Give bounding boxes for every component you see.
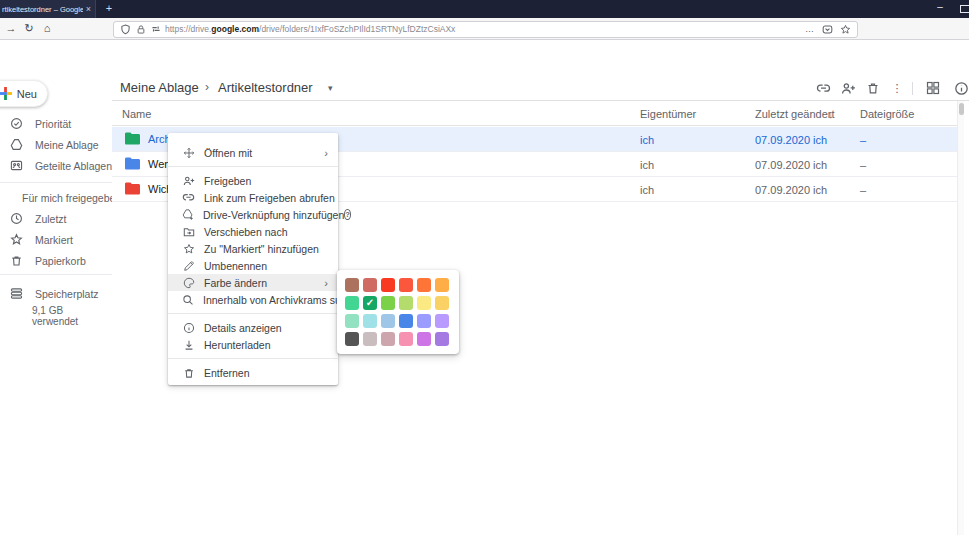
color-swatch[interactable] [435,296,449,310]
info-icon[interactable] [952,79,969,97]
col-name[interactable]: Name [122,108,151,120]
color-swatch[interactable] [399,296,413,310]
bookmark-star-icon[interactable] [840,24,851,35]
menu-item-move-to[interactable]: Verschieben nach [168,223,338,240]
window-minimize-button[interactable]: – [930,0,950,18]
sidebar-item-markiert[interactable]: Markiert [0,229,112,250]
pencil-icon [182,260,195,272]
color-swatch[interactable] [345,296,359,310]
color-swatch[interactable] [345,332,359,346]
drive-sidebar: Neu Priorität Meine Ablage Geteilte Abla… [0,75,112,535]
sidebar-item-prioritaet[interactable]: Priorität [0,113,112,134]
star-icon [182,243,195,255]
color-palette-submenu: ✓ [337,270,459,354]
trash-icon[interactable] [864,79,882,97]
color-swatch[interactable] [399,278,413,292]
color-swatch[interactable] [381,296,395,310]
window-maximize-button[interactable] [960,5,969,13]
menu-item-rename[interactable]: Umbenennen [168,257,338,274]
shield-icon[interactable] [120,24,131,35]
col-owner[interactable]: Eigentümer [640,108,696,120]
new-button-label: Neu [17,88,37,100]
menu-item-share[interactable]: Freigeben [168,172,338,189]
url-bar[interactable]: https://drive.google.com/drive/folders/1… [113,21,858,38]
search-icon [182,294,194,306]
scrollbar-thumb[interactable] [959,103,964,115]
color-swatch[interactable] [363,332,377,346]
color-swatch[interactable] [345,314,359,328]
menu-item-get-link[interactable]: Link zum Freigeben abrufen [168,189,338,206]
color-swatch[interactable] [417,278,431,292]
sidebar-item-zuletzt[interactable]: Zuletzt [0,208,112,229]
tab-title: rtikeltestordner – Google Dri [2,5,83,14]
folder-icon [125,132,140,145]
col-size[interactable]: Dateigröße [860,108,914,120]
shortcut-help-icon[interactable]: ? [344,209,351,220]
breadcrumb-current[interactable]: Artikeltestordner [218,80,313,95]
color-swatch[interactable] [381,278,395,292]
more-actions-kebab-icon[interactable]: ⋮ [888,79,906,97]
table-header: Name Eigentümer Zuletzt geändert ↓ Datei… [112,105,962,126]
url-text: https://drive.google.com/drive/folders/1… [165,24,799,34]
color-swatch[interactable] [381,332,395,346]
menu-item-download[interactable]: Herunterladen [168,336,338,353]
sidebar-item-fuer-mich-freigegeben[interactable]: Für mich freigegeben [0,187,112,208]
color-swatch[interactable] [417,332,431,346]
menu-divider [168,313,338,314]
color-swatch[interactable] [417,314,431,328]
get-link-icon[interactable] [814,79,832,97]
breadcrumb-root[interactable]: Meine Ablage [120,80,199,95]
color-swatch[interactable]: ✓ [363,296,377,310]
sidebar-item-papierkorb[interactable]: Papierkorb [0,250,112,271]
share-icon[interactable] [839,79,857,97]
submenu-chevron-icon: › [324,277,328,289]
color-swatch[interactable] [417,296,431,310]
menu-item-details[interactable]: Details anzeigen [168,319,338,336]
menu-item-search-within[interactable]: Innerhalb von Archivkrams suchen [168,291,338,308]
breadcrumb-row: Meine Ablage › Artikeltestordner ▾ ⋮ [112,75,969,101]
reload-button[interactable]: ↻ [20,18,38,38]
browser-navbar: → ↻ ⌂ https://drive.google.com/drive/fol… [0,18,969,40]
new-tab-button[interactable]: + [100,0,118,18]
grid-view-icon[interactable] [924,79,942,97]
color-swatch[interactable] [435,332,449,346]
color-swatch[interactable] [345,278,359,292]
permissions-icon[interactable] [151,24,161,34]
share-icon [182,175,195,187]
menu-item-add-shortcut[interactable]: Drive-Verknüpfung hinzufügen ? [168,206,338,223]
browser-tab[interactable]: rtikeltestordner – Google Dri × [0,0,96,18]
color-swatch[interactable] [363,278,377,292]
color-swatch[interactable] [363,314,377,328]
download-icon [182,339,195,351]
lock-icon[interactable] [136,24,146,35]
sort-direction-icon[interactable]: ↓ [828,108,834,120]
pocket-icon[interactable] [822,24,833,35]
sidebar-item-meine-ablage[interactable]: Meine Ablage [0,134,112,155]
col-modified[interactable]: Zuletzt geändert [755,108,835,120]
menu-divider [168,358,338,359]
drive-header: Drive In Google Drive suchen ▾ ? ⚙ [0,40,969,75]
folder-icon [125,157,140,170]
sidebar-item-speicherplatz[interactable]: Speicherplatz [0,283,112,304]
color-swatch[interactable] [381,314,395,328]
menu-item-change-color[interactable]: Farbe ändern › [168,274,338,291]
color-swatch[interactable] [399,314,413,328]
menu-item-add-star[interactable]: Zu "Markiert" hinzufügen [168,240,338,257]
drive-shortcut-icon [182,209,194,221]
color-swatch[interactable] [435,314,449,328]
selected-color-check-icon: ✓ [363,296,377,310]
color-swatch[interactable] [399,332,413,346]
new-button[interactable]: Neu [0,80,48,107]
sidebar-item-geteilte-ablagen[interactable]: Geteilte Ablagen [0,155,112,176]
menu-item-remove[interactable]: Entfernen [168,364,338,381]
scrollbar[interactable] [957,101,964,535]
tab-close-icon[interactable]: × [86,4,91,14]
breadcrumb-caret-icon[interactable]: ▾ [328,83,333,93]
color-swatch[interactable] [435,278,449,292]
home-button[interactable]: ⌂ [38,18,56,38]
sidebar-divider [0,182,112,183]
folder-icon [125,182,140,195]
forward-button[interactable]: → [2,18,20,38]
page-actions-icon[interactable]: … [805,24,815,34]
menu-item-open-with[interactable]: Öffnen mit › [168,144,338,161]
